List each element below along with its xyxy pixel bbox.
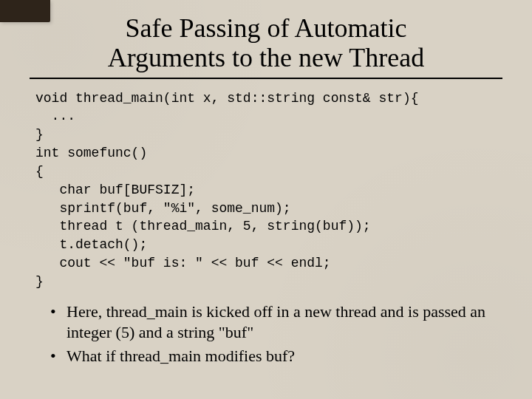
- code-line: {: [35, 164, 44, 179]
- code-line: cout << "buf is: " << buf << endl;: [35, 256, 331, 270]
- code-line: sprintf(buf, "%i", some_num);: [35, 201, 291, 216]
- code-line: void thread_main(int x, std::string cons…: [35, 91, 418, 106]
- code-line: ...: [35, 109, 75, 123]
- code-block: void thread_main(int x, std::string cons…: [30, 89, 502, 291]
- code-line: t.detach();: [35, 237, 147, 252]
- bullet-item: What if thread_main modifies buf?: [50, 346, 502, 366]
- code-line: }: [35, 127, 44, 142]
- code-line: int somefunc(): [35, 146, 147, 160]
- slide-title: Safe Passing of Automatic Arguments to t…: [30, 13, 502, 73]
- code-line: char buf[BUFSIZ];: [35, 183, 195, 197]
- code-line: }: [35, 274, 44, 289]
- title-underline: [30, 78, 502, 79]
- code-line: thread t (thread_main, 5, string(buf));: [35, 219, 371, 233]
- title-line-1: Safe Passing of Automatic: [126, 13, 407, 43]
- bullet-list: Here, thread_main is kicked off in a new…: [30, 301, 502, 366]
- bullet-item: Here, thread_main is kicked off in a new…: [50, 301, 502, 343]
- slide-container: Safe Passing of Automatic Arguments to t…: [0, 0, 532, 399]
- title-line-2: Arguments to the new Thread: [108, 43, 425, 72]
